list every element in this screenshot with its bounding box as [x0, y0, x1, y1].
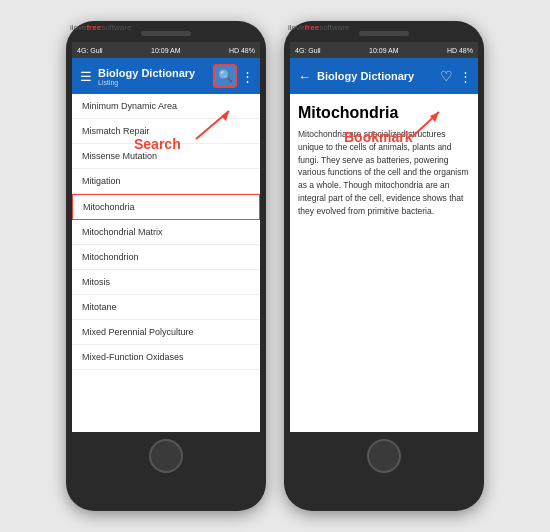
app-header-left: ☰ Biology Dictionary Listing 🔍 ⋮ — [72, 58, 260, 94]
carrier-text-left: 4G: Gull — [77, 47, 103, 54]
more-icon-left[interactable]: ⋮ — [241, 69, 254, 84]
right-phone-screen: 4G: Gull 10:09 AM HD 48% ← Biology Dicti… — [290, 42, 478, 432]
more-icon-right[interactable]: ⋮ — [459, 69, 472, 84]
status-left-right: 4G: Gull — [295, 47, 321, 54]
detail-body-text: Mitochondria are specialized structures … — [298, 128, 470, 217]
list-item[interactable]: Mitigation — [72, 169, 260, 194]
status-bar-left: 4G: Gull 10:09 AM HD 48% — [72, 42, 260, 58]
website-label-left: ilovefreesoftware — [70, 23, 131, 32]
menu-icon-left[interactable]: ☰ — [78, 67, 94, 86]
status-icons-left: HD 48% — [229, 47, 255, 54]
left-phone-wrapper: Search ilovefreesoftware 4G: Gull 10:09 … — [66, 21, 266, 511]
phone-speaker-right — [359, 31, 409, 36]
left-phone: ilovefreesoftware 4G: Gull 10:09 AM HD 4… — [66, 21, 266, 511]
status-left-left: 4G: Gull — [77, 47, 103, 54]
website-label-right: ilovefreesoftware — [288, 23, 349, 32]
status-right-left: HD 48% — [229, 47, 255, 54]
list-item[interactable]: Mixed-Function Oxidases — [72, 345, 260, 370]
detail-header-title: Biology Dictionary — [317, 70, 434, 82]
list-item[interactable]: Mitochondrial Matrix — [72, 220, 260, 245]
list-item[interactable]: Missense Mutation — [72, 144, 260, 169]
list-item[interactable]: Mismatch Repair — [72, 119, 260, 144]
detail-header: ← Biology Dictionary ♡ ⋮ — [290, 58, 478, 94]
detail-title: Mitochondria — [298, 104, 470, 122]
header-title-left: Biology Dictionary Listing — [98, 67, 209, 86]
list-item[interactable]: Mixed Perennial Polyculture — [72, 320, 260, 345]
left-phone-screen: 4G: Gull 10:09 AM HD 48% ☰ Biology Dicti… — [72, 42, 260, 432]
header-subtitle-left: Listing — [98, 79, 209, 86]
search-icon: 🔍 — [218, 69, 233, 83]
status-right-right: HD 48% — [447, 47, 473, 54]
list-item[interactable]: Mitochondrion — [72, 245, 260, 270]
list-item[interactable]: Mitosis — [72, 270, 260, 295]
status-bar-right: 4G: Gull 10:09 AM HD 48% — [290, 42, 478, 58]
detail-content: Mitochondria Mitochondria are specialize… — [290, 94, 478, 432]
list-item[interactable]: Mitotane — [72, 295, 260, 320]
time-right: 10:09 AM — [369, 47, 399, 54]
right-phone: ilovefreesoftware 4G: Gull 10:09 AM HD 4… — [284, 21, 484, 511]
list-container-left[interactable]: Minimum Dynamic Area Mismatch Repair Mis… — [72, 94, 260, 432]
phone-speaker-left — [141, 31, 191, 36]
right-phone-wrapper: Bookmark ilovefreesoftware 4G: Gull 10:0… — [284, 21, 484, 511]
list-item-mitochondria[interactable]: Mitochondria — [72, 194, 260, 220]
phone-home-right[interactable] — [367, 439, 401, 473]
status-icons-right: HD 48% — [447, 47, 473, 54]
list-item[interactable]: Minimum Dynamic Area — [72, 94, 260, 119]
carrier-text-right: 4G: Gull — [295, 47, 321, 54]
phone-home-left[interactable] — [149, 439, 183, 473]
back-icon[interactable]: ← — [296, 67, 313, 86]
search-button[interactable]: 🔍 — [213, 64, 237, 88]
time-left: 10:09 AM — [151, 47, 181, 54]
bookmark-button[interactable]: ♡ — [438, 66, 455, 86]
